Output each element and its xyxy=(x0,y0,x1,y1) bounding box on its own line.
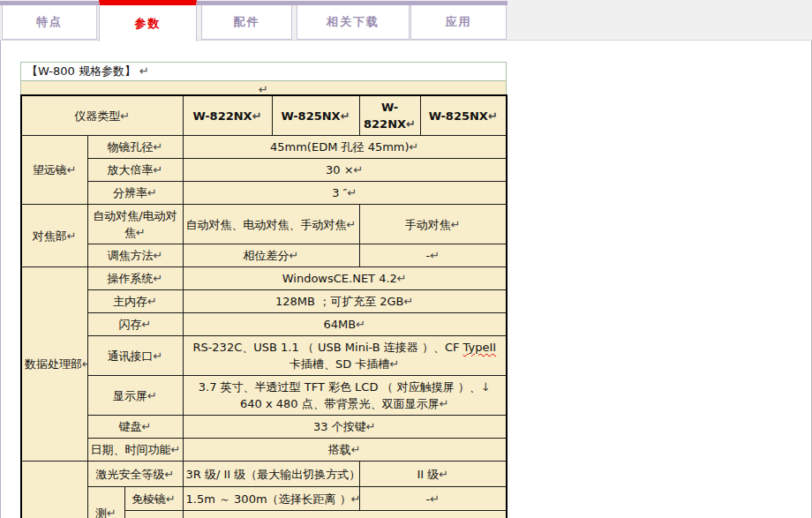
table-cell: RS-232C、USB 1.1 （ USB Mini-B 连接器 ）、CF Ty… xyxy=(183,336,507,376)
return-mark: ↵ xyxy=(147,295,157,308)
tab-downloads[interactable]: 相关下载 xyxy=(297,5,410,40)
table-cell: 搭载↵ xyxy=(183,439,507,462)
row-label: 调焦方法↵ xyxy=(87,244,183,267)
row-label: 显示屏↵ xyxy=(87,376,183,416)
return-mark: ↵ xyxy=(154,163,163,176)
table-row: 显示屏↵3.7 英寸、半透过型 TFT 彩色 LCD （ 对应触摸屏 ）、↓64… xyxy=(21,376,507,416)
return-mark: ↵ xyxy=(289,249,299,262)
return-mark: ↵ xyxy=(166,492,176,506)
table-cell: 45mm(EDM 孔径 45mm)↵ xyxy=(183,136,507,159)
table-cell: 相位差分↵ xyxy=(183,244,359,267)
row-label: 通讯接口↵ xyxy=(87,336,183,376)
model-row: 仪器类型↵W-822NX↵W-825NX↵W-822NX↵W-825NX↵ xyxy=(21,95,507,136)
tab-features[interactable]: 特点 xyxy=(2,5,97,40)
return-mark: ↵ xyxy=(341,109,350,123)
table-cell: II 级↵ xyxy=(359,462,507,487)
table-row: 分辨率↵3 ″↵ xyxy=(21,182,507,205)
table-cell: -↵ xyxy=(359,487,507,511)
content-area: 【W-800 规格参数】 ↵↵ 仪器类型↵W-822NX↵W-825NX↵W-8… xyxy=(0,41,812,518)
return-mark: ↵ xyxy=(154,249,163,262)
tab-accessories[interactable]: 配件 xyxy=(201,5,292,40)
return-mark: ↵ xyxy=(397,272,407,285)
table-row: 日期、时间功能↵搭载↵ xyxy=(21,439,507,462)
return-mark: ↵ xyxy=(67,163,77,176)
return-mark: ↵ xyxy=(440,397,449,410)
return-mark: ↵ xyxy=(451,218,461,231)
return-mark: ↵ xyxy=(488,109,498,123)
return-mark: ↵ xyxy=(147,186,157,199)
model-name: W-825NX↵ xyxy=(272,95,359,136)
row-label: 放大倍率↵ xyxy=(87,159,183,182)
return-mark: ↓ xyxy=(481,380,491,394)
table-row: 调焦方法↵相位差分↵-↵ xyxy=(21,244,507,267)
return-mark: ↵ xyxy=(154,349,163,363)
return-mark: ↵ xyxy=(354,163,364,176)
section-label xyxy=(21,462,87,518)
return-mark: ↵ xyxy=(142,420,152,433)
return-mark: ↵ xyxy=(430,249,440,262)
row-label: 小棱镜↵ xyxy=(124,511,183,518)
row-label: 闪存↵ xyxy=(87,313,183,336)
row-label: 免棱镜↵ xyxy=(124,487,183,511)
table-row: 主内存↵128MB ；可扩充至 2GB↵ xyxy=(21,290,507,313)
table-cell: WindowsCE.NET 4.2↵ xyxy=(183,267,507,290)
return-mark: ↵ xyxy=(165,468,175,481)
table-cell: 128MB ；可扩充至 2GB↵ xyxy=(183,290,507,313)
return-mark: ↵ xyxy=(107,507,117,518)
row-label: 仪器类型↵ xyxy=(21,95,183,136)
return-mark: ↵ xyxy=(351,443,361,456)
tab-applications[interactable]: 应用 xyxy=(410,5,507,40)
model-name: W-822NX↵ xyxy=(183,95,272,136)
table-row: 数据处理部↵操作系统↵WindowsCE.NET 4.2↵ xyxy=(21,267,507,290)
return-mark: ↵ xyxy=(67,229,77,243)
return-mark: ↵ xyxy=(439,468,448,481)
table-cell: 自动对焦、电动对焦、手动对焦↵ xyxy=(183,205,359,244)
table-title-row: 【W-800 规格参数】 ↵ xyxy=(21,63,507,81)
table-cell: 手动对焦↵ xyxy=(359,205,507,244)
table-row: 通讯接口↵RS-232C、USB 1.1 （ USB Mini-B 连接器 ）、… xyxy=(21,336,507,376)
row-label: 物镜孔径↵ xyxy=(87,136,183,159)
return-mark: ↵ xyxy=(430,492,440,506)
return-mark: ↵ xyxy=(410,140,419,154)
model-name: W-822NX↵ xyxy=(359,95,420,136)
table-row: 对焦部↵自动对焦/电动对焦↵自动对焦、电动对焦、手动对焦↵手动对焦↵ xyxy=(21,205,507,244)
section-label: 对焦部↵ xyxy=(21,205,87,267)
spellcheck-underline: TypeII xyxy=(463,341,497,354)
row-label: 操作系统↵ xyxy=(87,267,183,290)
row-label: 键盘↵ xyxy=(87,416,183,439)
table-title: 【W-800 规格参数】 ↵ xyxy=(21,63,507,81)
row-label: 日期、时间功能↵ xyxy=(87,439,183,462)
return-mark: ↵ xyxy=(390,357,400,371)
table-row: 望远镜↵物镜孔径↵45mm(EDM 孔径 45mm)↵ xyxy=(21,136,507,159)
row-label: 主内存↵ xyxy=(87,290,183,313)
return-mark: ↵ xyxy=(142,318,152,331)
return-mark: ↵ xyxy=(347,218,357,231)
return-mark: ↵ xyxy=(347,186,357,199)
section-label: 数据处理部↵ xyxy=(21,267,87,462)
table-cell: -↵ xyxy=(359,244,507,267)
row-label: 激光安全等级↵ xyxy=(87,462,183,487)
table-row: 闪存↵64MB↵ xyxy=(21,313,507,336)
return-mark: ↵ xyxy=(351,492,359,506)
table-row: 测↵免棱镜↵1.5m ～ 300m（选择长距离 ）↵-↵ xyxy=(21,487,507,511)
table-row: 激光安全等级↵3R 级/ II 级（最大输出切换方式）↵II 级↵ xyxy=(21,462,507,487)
return-mark: ↵ xyxy=(120,109,130,123)
table-cell: 1.5m ～ 300m（选择长距离 ）↵ xyxy=(183,487,359,511)
return-mark: ↵ xyxy=(147,389,157,402)
table-cell: 33 个按键↵ xyxy=(183,416,507,439)
return-mark: ↵ xyxy=(252,109,262,123)
return-mark: ↵ xyxy=(404,295,414,308)
table-cell: 1.5m ～ 1100m （ 1600m ） 注（1）↵ xyxy=(183,511,507,518)
subsection-label: 测↵ xyxy=(87,487,124,518)
model-name: W-825NX↵ xyxy=(420,95,507,136)
return-mark: ↵ xyxy=(154,140,163,154)
table-row: 键盘↵33 个按键↵ xyxy=(21,416,507,439)
table-cell: 30 ×↵ xyxy=(183,159,507,182)
page: 特点参数配件相关下载应用 【W-800 规格参数】 ↵↵ 仪器类型↵W-822N… xyxy=(0,0,812,518)
return-mark: ↵ xyxy=(82,357,87,371)
table-row: 放大倍率↵30 ×↵ xyxy=(21,159,507,182)
row-label: 分辨率↵ xyxy=(87,182,183,205)
return-mark: ↵ xyxy=(154,272,163,285)
tab-parameters[interactable]: 参数 xyxy=(99,0,197,41)
table-cell: 3.7 英寸、半透过型 TFT 彩色 LCD （ 对应触摸屏 ）、↓640 x … xyxy=(183,376,507,416)
